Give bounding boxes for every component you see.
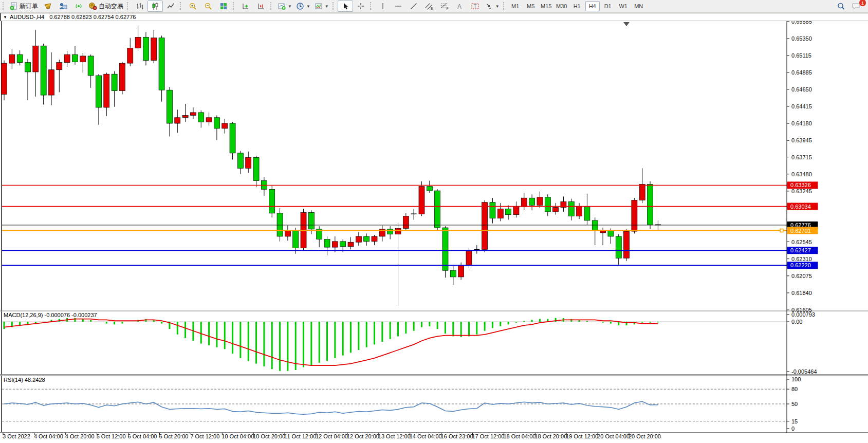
auto-trading-icon [88, 2, 97, 10]
text-icon: A [456, 2, 464, 10]
price-tick: 0.61840 [791, 290, 812, 296]
auto-scroll-button[interactable] [238, 1, 253, 12]
new-order-label: 新订单 [20, 2, 38, 11]
toolbar-grip[interactable] [3, 2, 6, 10]
market-watch-button[interactable] [40, 1, 56, 12]
horizontal-line-button[interactable] [391, 1, 406, 12]
tile-windows-icon [219, 2, 228, 10]
chat-button[interactable]: 1 [848, 1, 864, 12]
news-button[interactable] [71, 1, 86, 12]
svg-text:F: F [446, 7, 448, 10]
price-tick: 0.62545 [791, 239, 812, 245]
text-label-button[interactable]: T [468, 1, 483, 12]
zoom-in-button[interactable] [185, 1, 200, 12]
new-order-icon [10, 2, 18, 10]
line-chart-button[interactable] [163, 1, 178, 12]
rsi-axis-tick: 0 [791, 426, 795, 432]
cursor-icon [341, 2, 349, 10]
dropdown-caret: ▼ [325, 4, 329, 9]
price-tick: 0.64885 [791, 69, 812, 76]
bar-chart-icon [136, 2, 144, 10]
time-tick: 18 Oct 04:00 [503, 433, 535, 439]
cursor-button[interactable] [338, 1, 353, 12]
timeframe-m1[interactable]: M1 [508, 1, 523, 11]
toolbar-grip[interactable] [333, 2, 336, 10]
price-tick: 0.63480 [791, 171, 812, 177]
line-chart-icon [167, 2, 175, 10]
bar-chart-button[interactable] [132, 1, 147, 12]
periods-button[interactable]: ▼ [294, 1, 312, 12]
tile-windows-button[interactable] [216, 1, 231, 12]
timeframe-bar: M1M5M15M30H1H4D1W1MN [508, 1, 646, 11]
timeframe-m5[interactable]: M5 [524, 1, 538, 11]
chart-titlebar[interactable]: ▼ AUDUSD-,H4 0.62788 0.62823 0.62754 0.6… [0, 13, 868, 21]
timeframe-m30[interactable]: M30 [555, 1, 569, 11]
equidistant-channel-icon: E [424, 2, 434, 10]
price-tick: 0.62310 [791, 256, 812, 262]
macd-axis-tick: -0.005464 [791, 368, 817, 375]
timeframe-mn[interactable]: MN [632, 1, 646, 11]
timeframe-h4[interactable]: H4 [585, 1, 600, 11]
search-button[interactable] [833, 1, 848, 12]
new-order-button[interactable]: 新订单 [8, 1, 40, 12]
toolbar-grip[interactable] [270, 2, 274, 10]
time-tick: 14 Oct 04:00 [410, 433, 442, 439]
orange-line-handle[interactable] [780, 229, 783, 232]
text-button[interactable]: A [452, 1, 468, 12]
price-tick: 0.65350 [791, 35, 812, 42]
time-axis[interactable]: 3 Oct 20224 Oct 04:004 Oct 20:005 Oct 12… [3, 433, 661, 439]
time-tick: 4 Oct 20:00 [65, 433, 95, 439]
toolbar-grip[interactable] [503, 2, 507, 10]
rsi-label: RSI(14) 48.2428 [4, 377, 45, 383]
arrows-button[interactable]: ▼ [483, 1, 502, 12]
svg-text:T: T [474, 4, 477, 9]
rsi-axis-tick: 80 [791, 386, 798, 392]
chart-shift-button[interactable] [253, 1, 269, 12]
price-tick: 0.64650 [791, 86, 812, 93]
price-badge-label: 0.62701 [790, 228, 811, 234]
time-tick: 10 Oct 04:00 [221, 433, 254, 439]
time-tick: 18 Oct 20:00 [534, 433, 567, 439]
timeframe-w1[interactable]: W1 [616, 1, 631, 11]
toolbar-grip[interactable] [180, 2, 183, 10]
time-tick: 7 Oct 12:00 [190, 433, 219, 439]
auto-trading-button[interactable]: 自动交易 [86, 1, 125, 12]
time-tick: 17 Oct 12:00 [472, 433, 505, 439]
zoom-in-icon [189, 2, 197, 10]
vertical-line-button[interactable] [375, 1, 391, 12]
toolbar-grip[interactable] [127, 2, 131, 10]
price-chart[interactable]: MACD(12,26,9) -0.000076 -0.000237RSI(14)… [0, 21, 868, 443]
text-label-icon: T [471, 2, 479, 10]
chart-dropdown-icon[interactable]: ▼ [3, 15, 7, 20]
dropdown-caret: ▼ [495, 4, 500, 9]
price-tick: 0.63945 [791, 137, 812, 143]
timeframe-h1[interactable]: H1 [570, 1, 584, 11]
auto-trading-label: 自动交易 [99, 2, 123, 11]
main-toolbar: 新订单 自动交易 [0, 0, 868, 13]
timeframe-m15[interactable]: M15 [539, 1, 553, 11]
chart-shift-icon [257, 2, 265, 10]
crosshair-button[interactable] [353, 1, 368, 12]
macd-axis-tick: 0.000793 [791, 311, 815, 318]
timeframe-d1[interactable]: D1 [601, 1, 615, 11]
templates-icon [315, 2, 323, 10]
time-tick: 12 Oct 20:00 [347, 433, 379, 439]
indicators-icon [278, 2, 286, 10]
equidistant-channel-button[interactable]: E [421, 1, 437, 12]
price-tick: 0.63245 [791, 188, 812, 194]
macd-label: MACD(12,26,9) -0.000076 -0.000237 [4, 312, 97, 318]
data-window-button[interactable] [56, 1, 71, 12]
price-tick: 0.62075 [791, 273, 812, 279]
toolbar-grip[interactable] [233, 2, 236, 10]
templates-button[interactable]: ▼ [312, 1, 331, 12]
zoom-out-button[interactable] [200, 1, 216, 12]
indicators-button[interactable]: ▼ [275, 1, 294, 12]
time-tick: 13 Oct 12:00 [378, 433, 411, 439]
toolbar-grip[interactable] [370, 2, 374, 10]
news-icon [75, 2, 83, 10]
fibonacci-button[interactable]: F [437, 1, 452, 12]
candlestick-button[interactable] [147, 1, 163, 12]
trendline-button[interactable] [406, 1, 421, 12]
dropdown-caret: ▼ [288, 4, 292, 9]
time-tick: 4 Oct 04:00 [34, 433, 63, 439]
